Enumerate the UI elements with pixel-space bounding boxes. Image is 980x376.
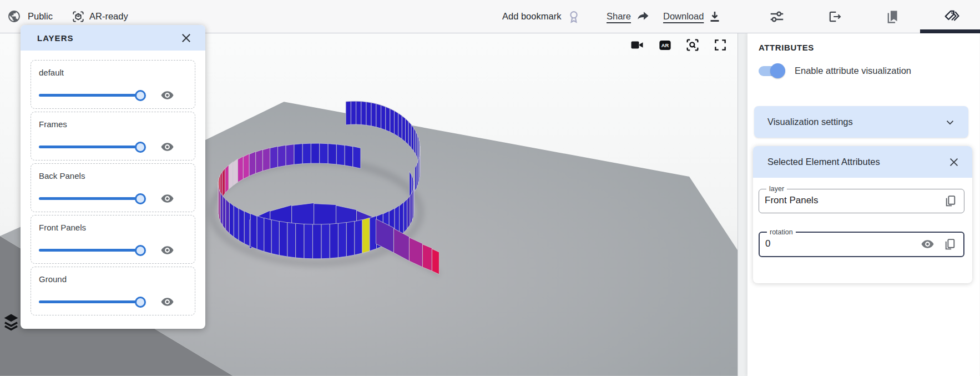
layers-list: default Frames Back Panels xyxy=(21,51,205,315)
layer-field-legend: layer xyxy=(766,185,787,193)
selected-attributes-header: Selected Element Attributes xyxy=(753,146,972,178)
layer-name: Back Panels xyxy=(39,171,187,181)
copy-icon xyxy=(943,237,957,251)
panel-gutter xyxy=(738,33,747,376)
app: Public AR-ready Add bookmark S xyxy=(0,0,980,376)
visibility-eye-button[interactable] xyxy=(160,191,175,206)
layers-fab-button[interactable] xyxy=(2,313,20,332)
tags-tab-button[interactable] xyxy=(942,7,961,26)
toggle-thumb xyxy=(770,63,785,78)
download-label: Download xyxy=(663,11,704,22)
visualization-settings-label: Visualization settings xyxy=(767,117,853,127)
slider-thumb[interactable] xyxy=(135,193,146,204)
share-label: Share xyxy=(607,11,631,22)
visibility-eye-button[interactable] xyxy=(160,294,175,309)
layer-item: Frames xyxy=(31,112,195,161)
ar-cube-icon xyxy=(71,9,85,24)
rotation-field-legend: rotation xyxy=(767,228,796,236)
fullscreen-icon xyxy=(713,38,728,52)
close-icon xyxy=(948,156,960,168)
active-tab-underline xyxy=(920,29,980,33)
record-view-button[interactable] xyxy=(628,36,646,54)
slider-thumb[interactable] xyxy=(135,142,146,153)
bookmark-stack-icon xyxy=(885,9,901,24)
slider-thumb[interactable] xyxy=(135,297,146,308)
layer-field-value: Front Panels xyxy=(765,195,943,206)
rotation-field[interactable]: rotation 0 xyxy=(759,228,964,257)
opacity-slider[interactable] xyxy=(39,197,141,200)
tune-icon xyxy=(769,8,785,25)
slider-thumb[interactable] xyxy=(135,245,146,256)
ar-badge-icon: AR xyxy=(658,38,673,53)
export-icon xyxy=(827,9,842,24)
attributes-panel: ATTRIBUTES Enable attribute visualizatio… xyxy=(747,33,979,376)
layer-item: Back Panels xyxy=(31,163,195,212)
globe-icon xyxy=(7,9,21,23)
opacity-slider[interactable] xyxy=(39,249,141,252)
stacked-layers-icon xyxy=(2,313,20,332)
opacity-slider[interactable] xyxy=(39,94,141,97)
share-arrow-icon xyxy=(636,9,650,23)
download-icon xyxy=(708,10,721,23)
layers-panel: LAYERS default Frames xyxy=(21,25,205,329)
add-bookmark-button[interactable]: Add bookmark xyxy=(502,0,581,33)
attributes-title: ATTRIBUTES xyxy=(759,43,814,52)
close-selected-button[interactable] xyxy=(944,153,963,172)
rotation-field-value: 0 xyxy=(765,238,920,249)
attribute-visualization-toggle[interactable] xyxy=(759,66,785,76)
layer-item: Ground xyxy=(31,267,195,315)
svg-text:AR: AR xyxy=(661,43,669,48)
copy-rotation-button[interactable] xyxy=(942,237,957,251)
bookmarks-button[interactable] xyxy=(883,7,902,26)
rotation-visibility-button[interactable] xyxy=(920,237,934,251)
visibility-eye-button[interactable] xyxy=(160,88,175,103)
fullscreen-button[interactable] xyxy=(711,36,730,54)
toggle-label: Enable attribute visualization xyxy=(795,66,911,76)
video-camera-icon xyxy=(629,37,645,53)
filters-button[interactable] xyxy=(767,7,786,26)
layer-name: Frames xyxy=(39,119,187,129)
opacity-slider[interactable] xyxy=(39,146,141,148)
visualization-settings-header[interactable]: Visualization settings xyxy=(754,106,968,138)
chevron-down-icon xyxy=(944,116,956,128)
viewport-hud: AR xyxy=(628,36,730,54)
selected-attributes-card: Selected Element Attributes layer Front … xyxy=(753,146,972,283)
opacity-slider[interactable] xyxy=(39,300,141,303)
share-link[interactable]: Share xyxy=(607,0,650,33)
visibility-button[interactable] xyxy=(4,7,23,26)
visibility-eye-button[interactable] xyxy=(160,139,175,154)
download-link[interactable]: Download xyxy=(663,0,721,33)
zoom-to-fit-button[interactable] xyxy=(683,36,702,54)
ar-mode-button[interactable]: AR xyxy=(655,36,674,54)
copy-layer-button[interactable] xyxy=(943,193,957,208)
selected-attributes-title: Selected Element Attributes xyxy=(767,157,880,167)
visibility-label: Public xyxy=(28,11,53,22)
layers-panel-title: LAYERS xyxy=(37,33,73,43)
layers-panel-header: LAYERS xyxy=(21,25,205,51)
layer-name: default xyxy=(39,68,187,77)
slider-thumb[interactable] xyxy=(135,90,146,101)
layer-name: Front Panels xyxy=(39,223,187,232)
tag-icon xyxy=(943,8,960,25)
eye-icon xyxy=(920,237,935,252)
layer-name: Ground xyxy=(39,274,187,284)
add-bookmark-label: Add bookmark xyxy=(502,11,561,22)
close-layers-button[interactable] xyxy=(176,28,195,47)
close-icon xyxy=(180,32,193,44)
eye-icon xyxy=(160,243,175,258)
eye-icon xyxy=(160,88,175,103)
eye-icon xyxy=(160,139,175,154)
copy-icon xyxy=(943,194,957,208)
eye-icon xyxy=(160,294,175,309)
layer-item: Front Panels xyxy=(31,215,195,264)
ar-ready-label: AR-ready xyxy=(89,11,128,22)
visibility-eye-button[interactable] xyxy=(160,243,175,258)
badge-medal-icon xyxy=(567,9,581,24)
focus-search-icon xyxy=(685,37,700,53)
layer-field: layer Front Panels xyxy=(759,185,964,213)
layer-item: default xyxy=(31,60,195,109)
eye-icon xyxy=(160,191,175,206)
export-button[interactable] xyxy=(825,7,844,26)
